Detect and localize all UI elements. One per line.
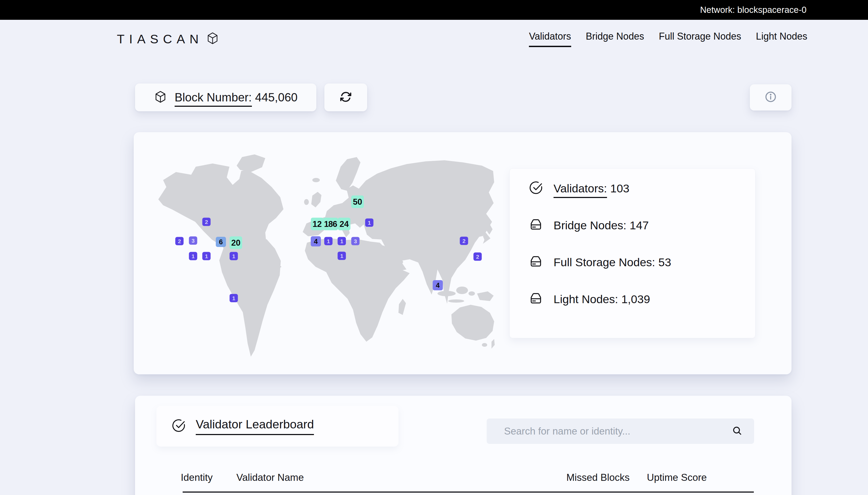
stat-value: 53 <box>658 256 671 269</box>
network-stats-panel: Validators:103 Bridge Nodes:147 <box>509 168 756 338</box>
refresh-button[interactable] <box>324 84 367 111</box>
block-number-text: Block Number: 445,060 <box>175 91 298 104</box>
map-cluster-marker[interactable]: 2 <box>175 237 184 245</box>
map-cluster-marker[interactable]: 1 <box>365 219 374 227</box>
network-bar: Network: blockspacerace-0 <box>0 0 868 20</box>
search-box <box>487 419 754 444</box>
info-button[interactable] <box>750 84 792 110</box>
nav-validators[interactable]: Validators <box>529 31 571 47</box>
header: TIASCAN Validators Bridge Nodes Full Sto… <box>0 20 868 58</box>
logo[interactable]: TIASCAN <box>117 32 219 46</box>
search-input[interactable] <box>504 426 732 437</box>
map-cluster-marker[interactable]: 12 <box>311 218 323 231</box>
leaderboard-title[interactable]: Validator Leaderboard <box>196 417 314 435</box>
map-cluster-marker[interactable]: 1 <box>202 252 211 260</box>
leaderboard-table-header: Identity Validator Name Missed Blocks Up… <box>135 472 792 488</box>
block-number-label[interactable]: Block Number: <box>175 91 252 107</box>
column-missed-blocks: Missed Blocks <box>566 472 630 483</box>
map-cluster-marker[interactable]: 1 <box>338 237 346 245</box>
map-cluster-marker[interactable]: 2 <box>460 237 468 245</box>
map-cluster-marker[interactable]: 24 <box>338 218 351 231</box>
map-cluster-marker[interactable]: 1 <box>338 252 346 260</box>
map-cluster-marker[interactable]: 20 <box>230 237 242 249</box>
stat-label: Light Nodes: <box>553 293 618 306</box>
stat-label: Full Storage Nodes: <box>553 256 655 269</box>
main-nav: Validators Bridge Nodes Full Storage Nod… <box>529 31 807 47</box>
cube-icon <box>206 32 219 46</box>
stat-label: Bridge Nodes: <box>553 219 626 232</box>
leaderboard-header-chip: Validator Leaderboard <box>156 406 398 447</box>
map-cluster-marker[interactable]: 2 <box>202 218 211 226</box>
map-cluster-marker[interactable]: 6 <box>216 237 226 247</box>
hard-drive-icon <box>528 217 543 233</box>
stat-light-nodes: Light Nodes:1,039 <box>528 288 755 310</box>
map-cluster-marker[interactable]: 1 <box>230 294 238 302</box>
node-map-card: 2 2 3 6 20 1 1 1 1 50 12 186 24 1 4 1 1 … <box>134 132 792 374</box>
table-header-divider <box>183 492 754 493</box>
check-circle-icon <box>528 180 543 197</box>
map-cluster-marker[interactable]: 1 <box>324 237 333 245</box>
map-cluster-marker[interactable]: 2 <box>474 253 482 261</box>
world-map: 2 2 3 6 20 1 1 1 1 50 12 186 24 1 4 1 1 … <box>155 154 495 358</box>
stat-text: Light Nodes:1,039 <box>553 293 650 306</box>
nav-full-storage-nodes[interactable]: Full Storage Nodes <box>659 31 741 47</box>
map-cluster-marker[interactable]: 4 <box>311 236 321 246</box>
stat-text: Validators:103 <box>553 182 630 195</box>
column-validator-name: Validator Name <box>236 472 304 483</box>
refresh-icon <box>339 90 353 105</box>
stat-validators: Validators:103 <box>528 177 755 200</box>
search-icon[interactable] <box>732 425 743 438</box>
info-icon <box>764 91 777 104</box>
map-cluster-marker[interactable]: 1 <box>189 252 197 260</box>
map-cluster-marker[interactable]: 3 <box>351 237 360 245</box>
nav-light-nodes[interactable]: Light Nodes <box>756 31 807 47</box>
block-row: Block Number: 445,060 <box>135 84 792 111</box>
nav-bridge-nodes[interactable]: Bridge Nodes <box>586 31 644 47</box>
validator-leaderboard-card: Validator Leaderboard Identity Validator… <box>135 396 792 495</box>
logo-text: TIASCAN <box>117 32 203 46</box>
network-label: Network: blockspacerace-0 <box>700 5 807 15</box>
map-cluster-marker[interactable]: 4 <box>433 280 443 290</box>
map-cluster-marker[interactable]: 50 <box>351 195 364 208</box>
map-cluster-marker[interactable]: 3 <box>189 237 197 245</box>
column-identity: Identity <box>181 472 213 483</box>
block-number-card: Block Number: 445,060 <box>135 84 316 111</box>
stat-bridge-nodes: Bridge Nodes:147 <box>528 214 755 237</box>
cube-icon <box>154 90 167 105</box>
stat-value: 103 <box>610 182 630 195</box>
block-number-value: 445,060 <box>255 91 298 104</box>
column-uptime-score: Uptime Score <box>647 472 707 483</box>
stat-value: 1,039 <box>621 293 650 306</box>
map-cluster-marker[interactable]: 186 <box>323 218 338 231</box>
check-circle-icon <box>171 418 186 434</box>
stat-value: 147 <box>630 219 649 232</box>
stat-label[interactable]: Validators: <box>553 182 607 198</box>
stat-text: Bridge Nodes:147 <box>553 219 649 232</box>
stat-full-storage-nodes: Full Storage Nodes:53 <box>528 251 755 273</box>
stat-text: Full Storage Nodes:53 <box>553 256 671 269</box>
hard-drive-icon <box>528 291 543 307</box>
hard-drive-icon <box>528 254 543 270</box>
map-cluster-marker[interactable]: 1 <box>230 252 238 260</box>
